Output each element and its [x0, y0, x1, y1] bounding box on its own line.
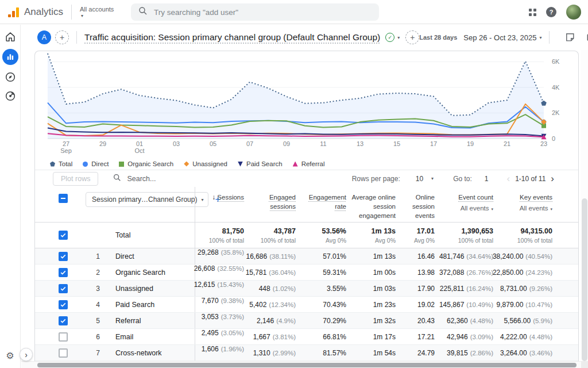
- column-header-key-events[interactable]: Key eventsAll events▾: [496, 187, 555, 213]
- total-label: Total: [109, 223, 195, 248]
- metric-filter[interactable]: All events▾: [496, 204, 552, 213]
- search-icon: [138, 6, 148, 18]
- svg-text:Sep: Sep: [60, 147, 72, 154]
- chevron-down-icon[interactable]: ▾: [397, 35, 400, 40]
- legend-item: Referral: [293, 160, 325, 167]
- report-body: 02K4K6K27Sep2901Oct030507091113151719212…: [21, 50, 581, 361]
- compare-icon[interactable]: [585, 32, 588, 43]
- row-checkbox[interactable]: [35, 281, 86, 296]
- table-row-direct[interactable]: 1Direct29,268(35.8%)16,686(38.11%)57.01%…: [35, 248, 578, 264]
- svg-text:19: 19: [467, 140, 474, 147]
- table-row-referral[interactable]: 5Referral3,053(3.73%)2,146(4.9%)70.29%1m…: [35, 313, 578, 329]
- nav-explore-icon[interactable]: [3, 70, 17, 84]
- legend-label: Referral: [301, 160, 325, 167]
- chart-legend: TotalDirectOrganic SearchUnassignedPaid …: [35, 158, 578, 170]
- date-range-preset: Last 28 days: [419, 34, 457, 41]
- dimension-selector[interactable]: Session primary…Channel Group)▾: [86, 192, 208, 207]
- horizontal-scrollbar[interactable]: [21, 361, 581, 368]
- column-header-event-count[interactable]: Event countAll events▾: [437, 187, 496, 213]
- property-badge[interactable]: A: [37, 30, 51, 44]
- table-row-email[interactable]: 6Email2,495(3.05%)1,667(3.81%)66.81%1m 1…: [35, 329, 578, 345]
- svg-text:11: 11: [320, 140, 326, 147]
- table-search-input[interactable]: Search...: [113, 173, 156, 185]
- row-checkbox[interactable]: [35, 297, 86, 312]
- engaged-sessions-cell: 15,781(36.04%): [246, 269, 298, 277]
- svg-text:21: 21: [504, 140, 510, 147]
- metric-filter[interactable]: All events▾: [437, 204, 493, 213]
- column-header-engagement-rate[interactable]: Engagement rate: [298, 187, 349, 211]
- horizontal-scrollbar-thumb[interactable]: [37, 363, 577, 367]
- table-row-unassigned[interactable]: 3Unassigned12,615(15.43%)448(1.02%)3.55%…: [35, 281, 578, 297]
- goto-page-input[interactable]: 1: [485, 175, 489, 183]
- expand-nav-button[interactable]: ›: [20, 348, 33, 361]
- svg-text:29: 29: [99, 140, 106, 147]
- row-checkbox[interactable]: [35, 345, 86, 361]
- add-comparison-button[interactable]: +: [55, 30, 69, 44]
- svg-text:27: 27: [63, 140, 69, 147]
- column-header-avg-online-engagement[interactable]: Average online session engagement: [349, 187, 398, 220]
- engaged-sessions-cell: 2,146(4.9%): [246, 317, 298, 325]
- chevron-down-icon[interactable]: ▾: [539, 35, 541, 40]
- diamond-marker-icon: [184, 162, 189, 167]
- avg-online-engagement-cell: 1m 17s: [349, 333, 398, 341]
- circle-marker-icon: [83, 162, 88, 167]
- row-number: 3: [86, 285, 109, 293]
- next-page-icon[interactable]: ›: [551, 174, 554, 183]
- plot-rows-button[interactable]: Plot rows: [53, 172, 98, 186]
- user-avatar[interactable]: [566, 5, 581, 20]
- date-range-selector[interactable]: Sep 26 - Oct 23, 2025: [463, 33, 536, 42]
- legend-label: Direct: [91, 160, 109, 167]
- svg-text:09: 09: [283, 140, 290, 147]
- column-header-sessions[interactable]: ↓Sessions: [195, 187, 246, 222]
- notes-icon[interactable]: [564, 32, 576, 43]
- traffic-acquisition-card: 02K4K6K27Sep2901Oct030507091113151719212…: [34, 51, 579, 361]
- event-count-cell: 225,811(16.24%): [437, 285, 496, 293]
- nav-reports-icon[interactable]: [2, 49, 18, 65]
- apps-grid-icon[interactable]: [529, 9, 536, 16]
- prev-page-icon[interactable]: ‹: [507, 174, 510, 183]
- engagement-rate-cell: 3.55%: [298, 285, 349, 293]
- report-title[interactable]: Traffic acquisition: Session primary cha…: [84, 32, 380, 43]
- account-switcher[interactable]: All accounts ▾: [80, 6, 114, 18]
- pentagon-marker-icon: [50, 162, 55, 167]
- table-row-organic-search[interactable]: 2Organic Search26,608(32.55%)15,781(36.0…: [35, 264, 578, 281]
- admin-gear-icon[interactable]: ⚙: [6, 350, 14, 361]
- svg-text:6K: 6K: [552, 58, 560, 65]
- row-checkbox[interactable]: [35, 248, 86, 264]
- help-icon[interactable]: ?: [546, 7, 556, 17]
- row-checkbox[interactable]: [35, 223, 86, 248]
- top-app-bar: Analytics All accounts ▾ Try searching "…: [0, 0, 588, 24]
- sessions-cell: 7,670(9.38%): [195, 297, 246, 312]
- svg-text:15: 15: [393, 140, 400, 147]
- chevron-down-icon: ▾: [81, 13, 83, 18]
- add-report-button[interactable]: +: [405, 30, 419, 44]
- table-row-cross-network[interactable]: 7Cross-network1,606(1.96%)1,310(2.99%)81…: [35, 345, 578, 361]
- column-header-online-session-events[interactable]: Online session events: [398, 187, 437, 220]
- table-row-paid-search[interactable]: 4Paid Search7,670(9.38%)5,402(12.34%)70.…: [35, 297, 578, 313]
- online-session-events-cell: 19.02: [398, 301, 437, 309]
- nav-home-icon[interactable]: [3, 30, 17, 44]
- online-session-events-cell: 20.43: [398, 317, 437, 325]
- nav-advertising-icon[interactable]: [3, 89, 17, 103]
- rows-per-page-value[interactable]: 10: [416, 175, 423, 183]
- svg-text:23: 23: [540, 140, 547, 147]
- vertical-scrollbar-thumb[interactable]: [582, 198, 587, 361]
- column-header-engaged-sessions[interactable]: Engaged sessions: [246, 187, 298, 211]
- sessions-cell: 3,053(3.73%): [195, 313, 246, 328]
- online-session-events-cell: 16.46: [398, 252, 437, 260]
- report-status-check-icon[interactable]: ✓: [385, 33, 394, 42]
- row-checkbox[interactable]: [35, 187, 86, 222]
- row-checkbox[interactable]: [35, 329, 86, 344]
- online-session-events-cell: 24.79: [398, 349, 437, 357]
- channel-name: Cross-network: [109, 349, 195, 357]
- vertical-scrollbar[interactable]: [581, 50, 588, 361]
- avg-online-engagement-cell: 1m 32s: [349, 317, 398, 325]
- row-checkbox[interactable]: [35, 264, 86, 280]
- sessions-cell: 1,606(1.96%): [195, 345, 246, 361]
- rows-per-page-label: Rows per page:: [352, 175, 400, 183]
- engaged-sessions-cell: 1,667(3.81%): [246, 333, 298, 341]
- row-checkbox[interactable]: [35, 313, 86, 328]
- chevron-down-icon[interactable]: ▾: [431, 176, 434, 181]
- global-search-input[interactable]: Try searching "add user": [131, 3, 379, 21]
- online-session-events-cell: 13.98: [398, 269, 437, 277]
